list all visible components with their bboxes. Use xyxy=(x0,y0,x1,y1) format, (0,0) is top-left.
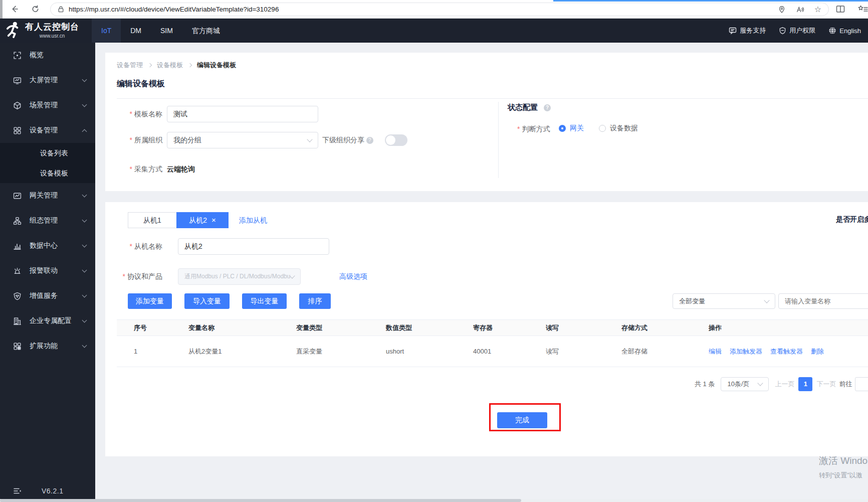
next-page-button[interactable]: 下一页 xyxy=(816,380,836,389)
protocol-label: 协议和产品 xyxy=(110,268,162,285)
organization-label: 所属组织 xyxy=(110,132,162,148)
top-menu-iot[interactable]: IoT xyxy=(92,19,121,43)
collapse-sidebar-icon[interactable] xyxy=(13,487,22,495)
chevron-down-icon xyxy=(289,273,295,278)
variable-filter-select[interactable]: 全部变量 xyxy=(673,293,775,309)
col-header-name: 变量名称 xyxy=(188,323,296,332)
edit-link[interactable]: 编辑 xyxy=(709,347,722,356)
page-title: 编辑设备模板 xyxy=(117,79,165,89)
share-toggle[interactable] xyxy=(385,134,407,146)
chevron-down-icon xyxy=(82,77,87,82)
chevron-down-icon xyxy=(307,136,312,142)
breadcrumb-device-template[interactable]: 设备模板 xyxy=(157,61,183,70)
variable-search-input[interactable] xyxy=(778,293,868,309)
sidebar-item-extensions[interactable]: 扩展功能 xyxy=(0,333,95,359)
template-name-input[interactable] xyxy=(167,106,318,122)
lock-icon xyxy=(58,6,64,13)
support-link[interactable]: 服务支持 xyxy=(729,26,766,35)
breadcrumb-device-management[interactable]: 设备管理 xyxy=(117,61,143,70)
table-row: 1 从机2变量1 直采变量 ushort 40001 读写 全部存储 编辑 添加… xyxy=(117,336,868,367)
finish-button[interactable]: 完成 xyxy=(497,412,547,428)
tab-slave1[interactable]: 从机1 xyxy=(128,212,177,228)
scene-cube-icon xyxy=(13,101,22,110)
current-page-button[interactable]: 1 xyxy=(798,377,812,391)
help-icon[interactable] xyxy=(544,104,551,111)
protocol-select[interactable]: 通用Modbus / PLC / DL/Modbus/Modbus R1 xyxy=(178,268,301,285)
usr-person-icon xyxy=(6,21,21,39)
permissions-link[interactable]: 用户权限 xyxy=(779,26,815,35)
view-trigger-link[interactable]: 查看触发器 xyxy=(770,347,803,356)
sidebar-item-device-template[interactable]: 设备模板 xyxy=(0,163,95,183)
chevron-down-icon xyxy=(82,292,87,297)
share-label: 下级组织分享 xyxy=(322,132,373,148)
brand-title: 有人云控制台 xyxy=(25,21,79,33)
url-text[interactable]: https://mp.usr.cn/#/cloud/device/ViewEdi… xyxy=(69,6,778,13)
browser-back-button[interactable] xyxy=(10,5,19,14)
goto-page-input[interactable] xyxy=(855,377,868,391)
pagination-total: 共 1 条 xyxy=(695,380,715,389)
sidebar-item-value-added[interactable]: 增值服务 xyxy=(0,283,95,308)
horizontal-scrollbar-thumb[interactable] xyxy=(0,499,521,502)
radio-device-data[interactable]: 设备数据 xyxy=(599,124,638,133)
sidebar-item-scene[interactable]: 场景管理 xyxy=(0,93,95,118)
chevron-down-icon xyxy=(82,242,87,247)
radio-gateway[interactable]: 网关 xyxy=(559,124,584,133)
brand-logo[interactable]: 有人云控制台 www.usr.cn xyxy=(6,21,79,39)
radio-selected-icon xyxy=(559,125,566,132)
judge-method-radio-group: 网关 设备数据 xyxy=(559,124,638,133)
overview-icon xyxy=(13,51,22,60)
export-variable-button[interactable]: 导出变量 xyxy=(242,293,287,309)
top-menu-mall[interactable]: 官方商城 xyxy=(182,19,230,43)
browser-url-bar[interactable]: https://mp.usr.cn/#/cloud/device/ViewEdi… xyxy=(50,3,829,16)
top-menu: IoT DM SIM 官方商城 xyxy=(92,19,230,43)
multi-option-hint: 是否开启多 xyxy=(836,215,868,224)
breadcrumb: 设备管理 设备模板 编辑设备模板 xyxy=(117,61,236,70)
location-pin-icon[interactable] xyxy=(778,6,786,14)
organization-select[interactable]: 我的分组 xyxy=(167,132,318,148)
read-aloud-icon[interactable] xyxy=(796,6,804,14)
add-variable-button[interactable]: 添加变量 xyxy=(128,293,172,309)
sidebar-item-overview[interactable]: 概览 xyxy=(0,43,95,68)
split-screen-icon[interactable] xyxy=(836,5,845,13)
col-header-var-type: 变量类型 xyxy=(296,323,386,332)
top-menu-dm[interactable]: DM xyxy=(121,19,151,43)
tab-slave2[interactable]: 从机2 xyxy=(176,212,229,228)
slave-name-input[interactable] xyxy=(178,238,329,255)
shield-gem-icon xyxy=(13,292,22,300)
judge-method-label: 判断方式 xyxy=(517,124,550,134)
sidebar-item-configuration[interactable]: 组态管理 xyxy=(0,208,95,233)
favorites-bar-icon[interactable] xyxy=(858,5,868,13)
col-header-data-type: 数值类型 xyxy=(386,323,473,332)
language-link[interactable]: English xyxy=(828,27,861,35)
sidebar-item-device-list[interactable]: 设备列表 xyxy=(0,143,95,163)
help-icon[interactable] xyxy=(366,137,373,144)
activate-windows-watermark: 激活 Windo 转到“设置”以激 xyxy=(819,454,867,480)
bookmark-star-icon[interactable]: ☆ xyxy=(814,6,821,14)
add-trigger-link[interactable]: 添加触发器 xyxy=(730,347,762,356)
alarm-siren-icon xyxy=(13,267,22,275)
sidebar-item-device[interactable]: 设备管理 xyxy=(0,118,95,143)
sidebar-item-alarm[interactable]: 报警联动 xyxy=(0,258,95,283)
sidebar-item-datacenter[interactable]: 数据中心 xyxy=(0,233,95,258)
import-variable-button[interactable]: 导入变量 xyxy=(184,293,230,309)
cell-storage: 全部存储 xyxy=(621,347,709,356)
add-slave-link[interactable]: 添加从机 xyxy=(239,212,267,228)
pagination: 共 1 条 10条/页 上一页 1 下一页 前往 xyxy=(695,377,868,391)
globe-icon xyxy=(828,27,836,35)
delete-link[interactable]: 删除 xyxy=(811,347,824,356)
advanced-options-link[interactable]: 高级选项 xyxy=(339,268,367,285)
sidebar-item-gateway[interactable]: 网关管理 xyxy=(0,183,95,208)
col-header-rw: 读写 xyxy=(546,323,621,332)
page-size-select[interactable]: 10条/页 xyxy=(721,377,769,391)
cell-data-type: ushort xyxy=(386,348,473,355)
chevron-down-icon xyxy=(82,317,87,322)
top-menu-sim[interactable]: SIM xyxy=(151,19,182,43)
browser-refresh-button[interactable] xyxy=(31,5,40,14)
chevron-up-icon xyxy=(82,129,87,134)
collect-method-label: 采集方式 xyxy=(110,161,162,178)
sidebar-item-enterprise[interactable]: 企业专属配置 xyxy=(0,308,95,333)
sort-button[interactable]: 排序 xyxy=(299,293,331,309)
close-icon[interactable] xyxy=(207,216,216,224)
sidebar-item-bigscreen[interactable]: 大屏管理 xyxy=(0,68,95,93)
prev-page-button[interactable]: 上一页 xyxy=(775,380,794,389)
